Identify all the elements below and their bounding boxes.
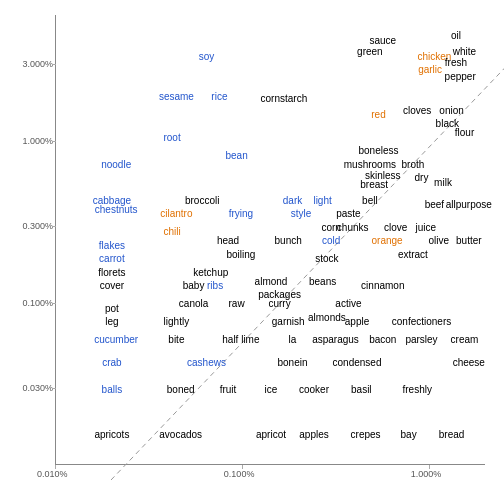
- word-cashews: cashews: [187, 356, 226, 367]
- word-garlic: garlic: [418, 64, 442, 75]
- word-olive: olive: [428, 235, 449, 246]
- word-paste: paste: [336, 208, 360, 219]
- word-cornstarch: cornstarch: [261, 93, 308, 104]
- word-apples: apples: [299, 428, 328, 439]
- word-baby: baby: [183, 280, 205, 291]
- word-florets: florets: [98, 266, 125, 277]
- word-basil: basil: [351, 383, 372, 394]
- word-parsley: parsley: [405, 334, 437, 345]
- word-onion: onion: [439, 104, 463, 115]
- word-pot: pot: [105, 302, 119, 313]
- y-tick-line: [52, 141, 56, 142]
- word-cooker: cooker: [299, 383, 329, 394]
- word-bean: bean: [225, 149, 247, 160]
- word-cream: cream: [451, 334, 479, 345]
- word-half-lime: half lime: [222, 334, 259, 345]
- word-apricots: apricots: [94, 428, 129, 439]
- word-ice: ice: [265, 383, 278, 394]
- y-tick-line: [52, 388, 56, 389]
- word-carrot: carrot: [99, 253, 125, 264]
- word-rice: rice: [211, 91, 227, 102]
- word-bonein: bonein: [277, 356, 307, 367]
- word-white: white: [453, 46, 476, 57]
- word-oil: oil: [451, 30, 461, 41]
- word-broccoli: broccoli: [185, 194, 219, 205]
- word-lightly: lightly: [164, 316, 190, 327]
- y-tick: 3.000%: [5, 59, 53, 69]
- word-bell: bell: [362, 194, 378, 205]
- x-tick-line: [55, 465, 56, 469]
- word-head: head: [217, 235, 239, 246]
- y-tick-line: [52, 303, 56, 304]
- word-raw: raw: [229, 298, 245, 309]
- word-bacon: bacon: [369, 334, 396, 345]
- word-fresh: fresh: [445, 57, 467, 68]
- word-milk: milk: [434, 176, 452, 187]
- word-allpurpose: allpurpose: [446, 199, 492, 210]
- word-asparagus: asparagus: [312, 334, 359, 345]
- word-cheese: cheese: [453, 356, 485, 367]
- word-stock: stock: [315, 253, 338, 264]
- word-cover: cover: [100, 280, 124, 291]
- word-style: style: [291, 208, 312, 219]
- word-bunch: bunch: [275, 235, 302, 246]
- word-flour: flour: [455, 127, 474, 138]
- word-orange: orange: [372, 235, 403, 246]
- word-mushrooms: mushrooms: [344, 158, 396, 169]
- word-balls: balls: [102, 383, 123, 394]
- word-extract: extract: [398, 248, 428, 259]
- word-chestnuts: chestnuts: [95, 203, 138, 214]
- word-cold: cold: [322, 235, 340, 246]
- word-canola: canola: [179, 298, 208, 309]
- word-ribs: ribs: [207, 280, 223, 291]
- word-clove: clove: [384, 221, 407, 232]
- word-chunks: chunks: [337, 221, 369, 232]
- y-tick: 1.000%: [5, 136, 53, 146]
- word-chili: chili: [163, 226, 180, 237]
- word-apple: apple: [345, 316, 369, 327]
- word-almond: almond: [255, 275, 288, 286]
- word-cucumber: cucumber: [94, 334, 138, 345]
- word-dry: dry: [415, 172, 429, 183]
- word-avocados: avocados: [159, 428, 202, 439]
- word-bread: bread: [439, 428, 465, 439]
- word-active: active: [335, 298, 361, 309]
- word-cinnamon: cinnamon: [361, 280, 404, 291]
- word-bite: bite: [168, 334, 184, 345]
- word-la: la: [289, 334, 297, 345]
- word-cloves: cloves: [403, 104, 431, 115]
- word-boneless: boneless: [358, 145, 398, 156]
- word-breast: breast: [360, 178, 388, 189]
- chart-area: sauceoilchickenwhitefreshgarlicpeppergre…: [55, 15, 485, 465]
- y-tick-line: [52, 226, 56, 227]
- y-tick-line: [52, 64, 56, 65]
- word-bay: bay: [401, 428, 417, 439]
- word-broth: broth: [401, 158, 424, 169]
- word-sesame: sesame: [159, 91, 194, 102]
- word-beans: beans: [309, 275, 336, 286]
- word-pepper: pepper: [445, 70, 476, 81]
- word-apricot: apricot: [256, 428, 286, 439]
- word-butter: butter: [456, 235, 482, 246]
- word-boned: boned: [167, 383, 195, 394]
- word-fruit: fruit: [220, 383, 237, 394]
- word-frying: frying: [229, 208, 253, 219]
- word-garnish: garnish: [272, 316, 305, 327]
- word-root: root: [163, 131, 180, 142]
- word-almonds: almonds: [308, 311, 346, 322]
- word-ketchup: ketchup: [193, 266, 228, 277]
- word-freshly: freshly: [402, 383, 431, 394]
- word-leg: leg: [105, 316, 118, 327]
- y-tick: 0.300%: [5, 221, 53, 231]
- word-condensed: condensed: [333, 356, 382, 367]
- word-soy: soy: [199, 50, 215, 61]
- word-flakes: flakes: [99, 239, 125, 250]
- word-boiling: boiling: [226, 248, 255, 259]
- word-confectioners: confectioners: [392, 316, 451, 327]
- y-tick: 0.030%: [5, 383, 53, 393]
- word-dark: dark: [283, 194, 302, 205]
- word-beef: beef: [425, 199, 444, 210]
- x-tick: 0.100%: [224, 469, 255, 479]
- x-tick-line: [242, 465, 243, 469]
- y-tick: 0.100%: [5, 298, 53, 308]
